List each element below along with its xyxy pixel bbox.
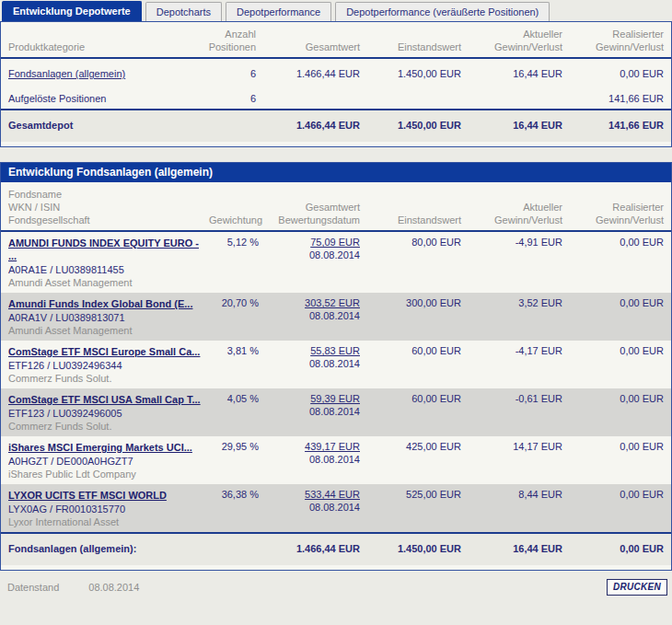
fund-realized-pl: 0,00 EUR xyxy=(562,341,671,388)
fund-valuation-date: 08.08.2014 xyxy=(259,249,360,261)
header-gewichtung: Gewichtung xyxy=(209,182,259,231)
fund-wkn-isin: ETF123 / LU0392496005 xyxy=(8,407,202,420)
fund-weight: 4,05 % xyxy=(209,388,259,436)
gesamtdepot-current-pl: 16,44 EUR xyxy=(461,110,562,142)
summary-category: Aufgelöste Positionen xyxy=(1,84,206,110)
fund-weight: 20,70 % xyxy=(209,293,259,341)
fund-weight: 5,12 % xyxy=(209,231,259,293)
funds-table: FondsnameWKN / ISINFondsgesellschaft Gew… xyxy=(1,182,671,565)
summary-current-pl xyxy=(461,84,562,110)
fund-company: Amundi Asset Management xyxy=(8,276,202,289)
tab-depotperformance[interactable]: Depotperformance xyxy=(226,2,331,21)
summary-current-pl: 16,44 EUR xyxy=(461,58,562,84)
fund-current-pl: -4,17 EUR xyxy=(461,341,562,388)
fund-name-link[interactable]: ComStage ETF MSCI Europe Small Ca... xyxy=(8,346,200,357)
fund-weight: 36,38 % xyxy=(209,484,259,533)
fund-row-amundi-equity: AMUNDI FUNDS INDEX EQUITY EURO - ... A0R… xyxy=(1,231,671,293)
tab-depotperformance-veraeusserte[interactable]: Depotperformance (veräußerte Positionen) xyxy=(335,2,550,21)
fund-cost: 60,00 EUR xyxy=(360,388,461,436)
header-gesamtwert-bewertungsdatum: GesamtwertBewertungsdatum xyxy=(259,182,360,231)
status-bar: Datenstand 08.08.2014 DRUCKEN xyxy=(0,571,672,596)
funds-total-label: Fondsanlagen (allgemein): xyxy=(1,533,209,565)
tab-bar: Entwicklung Depotwerte Depotcharts Depot… xyxy=(0,0,672,21)
fund-company: Amundi Asset Management xyxy=(8,324,202,337)
fund-realized-pl: 0,00 EUR xyxy=(562,231,671,293)
fund-current-pl: 14,17 EUR xyxy=(461,436,562,484)
fund-cost: 425,00 EUR xyxy=(360,436,461,484)
print-button[interactable]: DRUCKEN xyxy=(607,579,667,596)
header-anzahl-positionen: AnzahlPositionen xyxy=(206,22,256,58)
fund-valuation-date: 08.08.2014 xyxy=(259,310,360,322)
tab-depotcharts[interactable]: Depotcharts xyxy=(145,2,222,21)
summary-positions: 6 xyxy=(206,58,256,84)
fund-realized-pl: 0,00 EUR xyxy=(562,388,671,436)
fund-name-link[interactable]: AMUNDI FUNDS INDEX EQUITY EURO - ... xyxy=(8,237,199,261)
fund-valuation-date: 08.08.2014 xyxy=(259,502,360,514)
summary-header-row: Produktkategorie AnzahlPositionen Gesamt… xyxy=(1,22,671,58)
fund-company: Commerz Funds Solut. xyxy=(8,420,202,433)
summary-cost: 1.450,00 EUR xyxy=(360,58,461,84)
fund-valuation-date: 08.08.2014 xyxy=(259,454,360,466)
summary-total-row: Gesamtdepot 1.466,44 EUR 1.450,00 EUR 16… xyxy=(1,110,671,142)
datenstand-value: 08.08.2014 xyxy=(88,582,139,593)
summary-cost xyxy=(360,84,461,110)
fund-company: iShares Public Ldt Company xyxy=(8,468,202,480)
fund-name-link[interactable]: iShares MSCI Emerging Markets UCI... xyxy=(8,442,192,453)
fund-cost: 525,00 EUR xyxy=(360,484,461,533)
fund-valuation-date: 08.08.2014 xyxy=(259,358,360,370)
fund-wkn-isin: LYX0AG / FR0010315770 xyxy=(8,503,202,515)
fund-wkn-isin: A0HGZT / DE000A0HGZT7 xyxy=(8,455,202,468)
header-einstandswert: Einstandswert xyxy=(360,22,461,58)
fund-total-link[interactable]: 59,39 EUR xyxy=(310,393,360,404)
summary-positions: 6 xyxy=(206,84,256,110)
header-produktkategorie: Produktkategorie xyxy=(1,22,206,58)
summary-row-fondsanlagen: Fondsanlagen (allgemein) 6 1.466,44 EUR … xyxy=(1,58,671,84)
fund-cost: 300,00 EUR xyxy=(360,293,461,341)
funds-panel: Entwicklung Fondsanlagen (allgemein) Fon… xyxy=(0,162,672,571)
fund-total-link[interactable]: 439,17 EUR xyxy=(305,441,360,452)
header-realisierter-gewinn-verlust: RealisierterGewinn/Verlust xyxy=(562,182,671,231)
fund-current-pl: 3,52 EUR xyxy=(461,293,562,341)
funds-total-cost: 1.450,00 EUR xyxy=(360,533,461,565)
summary-row-aufgeloeste: Aufgelöste Positionen 6 141,66 EUR xyxy=(1,84,671,110)
summary-realized-pl: 0,00 EUR xyxy=(562,58,671,84)
fund-realized-pl: 0,00 EUR xyxy=(562,484,671,533)
header-aktueller-gewinn-verlust: AktuellerGewinn/Verlust xyxy=(461,22,562,58)
fund-weight: 3,81 % xyxy=(209,341,259,388)
fund-total-link[interactable]: 533,44 EUR xyxy=(305,489,360,500)
fund-current-pl: 8,44 EUR xyxy=(461,484,562,533)
header-aktueller-gewinn-verlust: AktuellerGewinn/Verlust xyxy=(461,182,562,231)
header-fondsname: FondsnameWKN / ISINFondsgesellschaft xyxy=(1,182,209,231)
gesamtdepot-realized-pl: 141,66 EUR xyxy=(562,110,671,142)
fund-wkn-isin: A0RA1V / LU0389813071 xyxy=(8,311,202,324)
fund-name-link[interactable]: LYXOR UCITS ETF MSCI WORLD xyxy=(8,490,167,501)
summary-total: 1.466,44 EUR xyxy=(256,58,360,84)
tab-entwicklung-depotwerte[interactable]: Entwicklung Depotwerte xyxy=(2,1,142,21)
fund-name-link[interactable]: ComStage ETF MSCI USA Small Cap T... xyxy=(8,394,201,405)
funds-total-realized-pl: 0,00 EUR xyxy=(562,533,671,565)
fund-row-ishares-em: iShares MSCI Emerging Markets UCI... A0H… xyxy=(1,436,671,484)
fund-current-pl: -4,91 EUR xyxy=(461,231,562,293)
fondsanlagen-link[interactable]: Fondsanlagen (allgemein) xyxy=(8,68,125,79)
fund-current-pl: -0,61 EUR xyxy=(461,388,562,436)
funds-panel-title: Entwicklung Fondsanlagen (allgemein) xyxy=(1,163,671,182)
fund-name-link[interactable]: Amundi Funds Index Global Bond (E... xyxy=(8,298,192,309)
fund-total-link[interactable]: 55,83 EUR xyxy=(310,345,360,356)
summary-total xyxy=(256,84,360,110)
header-einstandswert: Einstandswert xyxy=(360,182,461,231)
fund-company: Commerz Funds Solut. xyxy=(8,372,202,385)
fund-total-link[interactable]: 75,09 EUR xyxy=(310,237,360,248)
fund-wkn-isin: A0RA1E / LU0389811455 xyxy=(8,263,202,276)
fund-realized-pl: 0,00 EUR xyxy=(562,436,671,484)
summary-table: Produktkategorie AnzahlPositionen Gesamt… xyxy=(1,22,671,142)
header-gesamtwert: Gesamtwert xyxy=(256,22,360,58)
fund-wkn-isin: ETF126 / LU0392496344 xyxy=(8,359,202,372)
gesamtdepot-cost: 1.450,00 EUR xyxy=(360,110,461,142)
fund-total-link[interactable]: 303,52 EUR xyxy=(305,297,360,308)
funds-total-row: Fondsanlagen (allgemein): 1.466,44 EUR 1… xyxy=(1,533,671,565)
fund-realized-pl: 0,00 EUR xyxy=(562,293,671,341)
fund-row-comstage-europe: ComStage ETF MSCI Europe Small Ca... ETF… xyxy=(1,341,671,388)
header-realisierter-gewinn-verlust: RealisierterGewinn/Verlust xyxy=(562,22,671,58)
summary-realized-pl: 141,66 EUR xyxy=(562,84,671,110)
fund-row-amundi-bond: Amundi Funds Index Global Bond (E... A0R… xyxy=(1,293,671,341)
